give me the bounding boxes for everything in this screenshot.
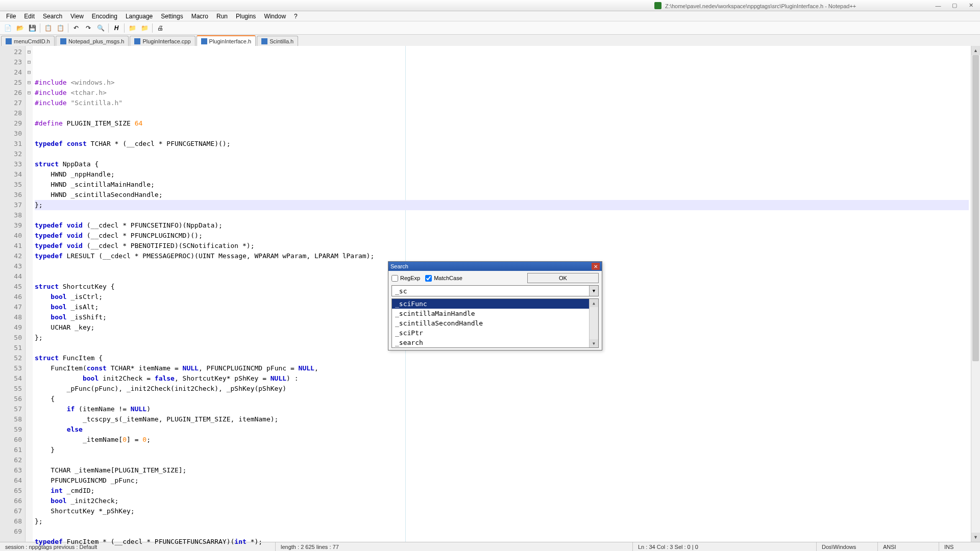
regexp-checkbox[interactable]: RegExp [391,275,420,282]
search-suggestion-item[interactable]: _sciPtr [392,328,589,338]
code-line[interactable] [35,149,969,159]
search-dialog-titlebar[interactable]: Search ✕ [388,262,602,271]
code-line[interactable] [35,455,969,465]
menu-[interactable]: ? [290,12,302,21]
close-button[interactable]: ✕ [963,1,979,11]
folder-icon[interactable]: 📁 [127,22,138,34]
list-scroll-up-icon[interactable]: ▲ [590,299,598,307]
code-line[interactable]: ShortcutKey *_pShKey; [35,506,969,516]
tab-scintilla-h[interactable]: Scintilla.h [257,36,298,46]
code-line[interactable]: } [35,445,969,455]
paste-icon[interactable]: 📋 [55,22,66,34]
folder2-icon[interactable]: 📁 [139,22,150,34]
code-line[interactable]: HWND _scintillaSecondHandle; [35,190,969,200]
search-suggestion-item[interactable]: _scintillaMainHandle [392,309,589,318]
maximize-button[interactable]: ▢ [946,1,963,11]
code-line[interactable] [35,108,969,118]
undo-icon[interactable]: ↶ [70,22,82,34]
zoom-icon[interactable]: H [111,22,122,34]
code-line[interactable] [35,129,969,139]
code-line[interactable]: }; [35,516,969,527]
list-scrollbar[interactable]: ▲ ▼ [589,299,598,347]
code-line[interactable]: bool _init2Check; [35,496,969,506]
dialog-close-icon[interactable]: ✕ [592,263,600,270]
code-line[interactable]: typedef void (__cdecl * PFUNCPLUGINCMD)(… [35,231,969,241]
code-line[interactable]: struct FuncItem { [35,353,969,363]
code-line[interactable]: #include <tchar.h> [35,88,969,98]
fold-column[interactable]: ⊟⊟⊟⊟⊟ [26,46,33,542]
tab-plugininterface-cpp[interactable]: PluginInterface.cpp [130,36,195,46]
copy-icon[interactable]: 📋 [42,22,54,34]
code-line[interactable]: typedef LRESULT (__cdecl * PMESSAGEPROC)… [35,251,969,261]
list-scroll-down-icon[interactable]: ▼ [590,339,598,347]
fold-marker[interactable]: ⊟ [26,78,33,88]
code-line[interactable]: typedef const TCHAR * (__cdecl * PFUNCGE… [35,139,969,149]
window-title: Z:\home\pavel.nedev\workspace\nppgtags\s… [654,2,856,9]
code-line[interactable]: int _cmdID; [35,486,969,496]
menu-plugins[interactable]: Plugins [232,12,260,21]
search-input[interactable] [392,286,589,296]
open-file-icon[interactable]: 📂 [14,22,26,34]
code-line[interactable]: typedef void (__cdecl * PBENOTIFIED)(SCN… [35,241,969,251]
scrollbar-thumb[interactable] [972,55,979,361]
code-line[interactable]: { [35,394,969,404]
search-suggestion-item[interactable]: _sciFunc [392,299,589,309]
minimize-button[interactable]: — [930,1,946,11]
code-line[interactable]: if (itemName != NULL) [35,404,969,414]
code-line[interactable] [35,547,969,551]
menu-edit[interactable]: Edit [20,12,39,21]
menu-macro[interactable]: Macro [187,12,212,21]
fold-marker[interactable]: ⊟ [26,47,33,57]
search-suggestion-item[interactable]: _scintillaSecondHandle [392,318,589,328]
new-file-icon[interactable]: 📄 [2,22,13,34]
scroll-up-icon[interactable]: ▲ [971,46,980,55]
code-line[interactable]: _itemName[0] = 0; [35,435,969,445]
fold-marker[interactable]: ⊟ [26,88,33,98]
search-icon[interactable]: 🔍 [95,22,106,34]
code-line[interactable]: #include <windows.h> [35,78,969,88]
fold-marker[interactable]: ⊟ [26,67,33,78]
matchcase-checkbox[interactable]: MatchCase [425,275,462,282]
code-line[interactable]: TCHAR _itemName[PLUGIN_ITEM_SIZE]; [35,465,969,475]
menu-encoding[interactable]: Encoding [88,12,121,21]
dropdown-arrow-icon[interactable]: ▼ [589,286,598,296]
menu-run[interactable]: Run [212,12,232,21]
code-line[interactable]: HWND _nppHandle; [35,169,969,180]
search-suggestion-item[interactable]: _search [392,338,589,347]
code-line[interactable]: PFUNCPLUGINCMD _pFunc; [35,475,969,486]
code-line[interactable] [35,210,969,220]
save-file-icon[interactable]: 💾 [27,22,38,34]
code-line[interactable] [35,527,969,537]
toolbar-separator [124,23,125,33]
ok-button[interactable]: OK [527,273,599,283]
vertical-scrollbar[interactable]: ▲ ▼ [971,46,980,542]
tab-notepad-plus-msgs-h[interactable]: Notepad_plus_msgs.h [56,36,129,46]
scroll-down-icon[interactable]: ▼ [971,533,980,542]
code-line[interactable]: #define PLUGIN_ITEM_SIZE 64 [35,118,969,129]
redo-icon[interactable]: ↷ [83,22,94,34]
menu-search[interactable]: Search [39,12,66,21]
menu-view[interactable]: View [66,12,88,21]
code-line[interactable]: }; [35,200,969,210]
fold-marker[interactable]: ⊟ [26,57,33,67]
menu-window[interactable]: Window [260,12,290,21]
search-combobox[interactable]: ▼ [391,285,599,296]
tab-menucmdid-h[interactable]: menuCmdID.h [1,36,55,46]
tab-plugininterface-h[interactable]: PluginInterface.h [197,35,256,46]
print-icon[interactable]: 🖨 [155,22,166,34]
code-line[interactable]: struct NppData { [35,159,969,169]
code-line[interactable]: bool init2Check = false, ShortcutKey* pS… [35,373,969,384]
code-line[interactable]: FuncItem(const TCHAR* itemName = NULL, P… [35,363,969,373]
code-line[interactable]: typedef void (__cdecl * PFUNCSETINFO)(Np… [35,220,969,231]
regexp-checkbox-input[interactable] [391,275,398,282]
code-line[interactable]: HWND _scintillaMainHandle; [35,180,969,190]
menu-file[interactable]: File [2,12,20,21]
menu-language[interactable]: Language [121,12,157,21]
code-line[interactable]: else [35,424,969,435]
matchcase-checkbox-input[interactable] [425,275,432,282]
code-line[interactable]: typedef FuncItem * (__cdecl * PFUNCGETFU… [35,537,969,547]
code-line[interactable]: _tcscpy_s(_itemName, PLUGIN_ITEM_SIZE, i… [35,414,969,424]
code-line[interactable]: #include "Scintilla.h" [35,98,969,108]
menu-settings[interactable]: Settings [157,12,187,21]
code-line[interactable]: _pFunc(pFunc), _init2Check(init2Check), … [35,384,969,394]
